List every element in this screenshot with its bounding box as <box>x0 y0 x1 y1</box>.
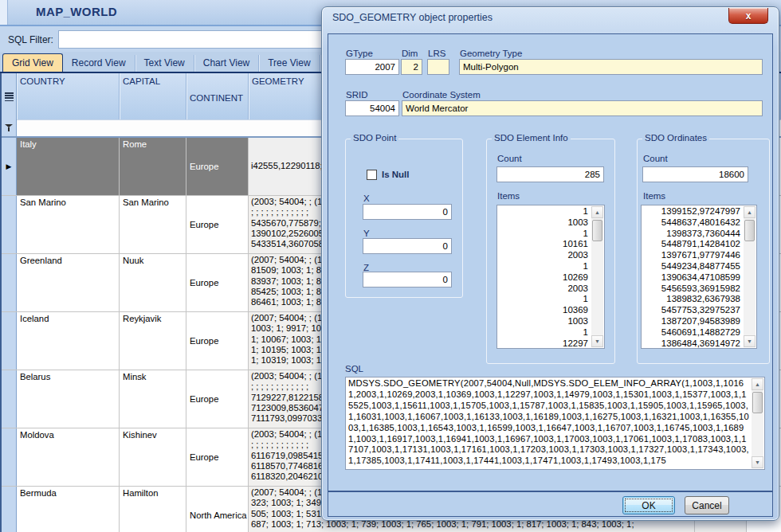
element-info-items-list[interactable]: ▲ ▼ 110031101612003110269200311036910031… <box>496 205 605 349</box>
y-field[interactable] <box>363 238 452 254</box>
lrs-field[interactable] <box>427 59 449 75</box>
row-selector[interactable] <box>2 312 17 370</box>
cancel-button[interactable]: Cancel <box>685 496 729 514</box>
element-info-count-field[interactable] <box>496 166 604 182</box>
row-selector[interactable] <box>2 370 17 428</box>
list-item: 1397671,97797446 <box>643 250 740 261</box>
header-edge-strip <box>0 0 8 25</box>
column-header-capital[interactable]: CAPITAL <box>120 73 186 119</box>
cell-country[interactable]: Italy <box>17 138 120 195</box>
scroll-up-icon[interactable]: ▲ <box>744 206 755 218</box>
row-selector[interactable] <box>2 487 17 532</box>
srid-label: SRID <box>346 90 367 100</box>
ordinates-count-field[interactable] <box>642 166 748 182</box>
list-item: 1 <box>499 294 588 305</box>
is-null-checkbox[interactable] <box>367 170 377 180</box>
column-header-continent[interactable]: CONTINENT <box>186 73 249 119</box>
cell-capital[interactable]: San Marino <box>120 196 186 253</box>
cell-continent[interactable]: Europe <box>186 428 249 486</box>
cell-country[interactable]: Belarus <box>17 370 120 428</box>
cell-continent[interactable]: Europe <box>186 196 249 253</box>
srid-field[interactable] <box>345 100 399 116</box>
element-info-count-label: Count <box>497 154 522 163</box>
row-selector[interactable] <box>2 254 17 311</box>
sql-filter-label: SQL Filter: <box>8 34 53 45</box>
cell-capital[interactable]: Hamilton <box>120 487 186 532</box>
tab-chart-view[interactable]: Chart View <box>194 55 259 72</box>
tab-grid-view[interactable]: Grid View <box>2 53 63 72</box>
row-selector-header[interactable] <box>2 73 17 119</box>
dim-field[interactable] <box>401 59 422 75</box>
list-item: 1387207,94583989 <box>643 316 740 327</box>
row-selector[interactable]: ▶ <box>2 138 17 195</box>
list-item: 5448637,48016432 <box>643 217 740 229</box>
scrollbar-thumb[interactable] <box>592 220 602 241</box>
cell-continent[interactable]: Europe <box>186 370 249 428</box>
cell-country[interactable]: San Marino <box>17 196 120 253</box>
column-header-country[interactable]: COUNTRY <box>17 73 120 119</box>
ordinates-count-label: Count <box>643 154 668 163</box>
cell-continent[interactable]: Europe <box>186 312 249 370</box>
cell-continent[interactable]: Europe <box>186 254 249 311</box>
tab-tree-view[interactable]: Tree View <box>259 55 320 72</box>
scrollbar[interactable]: ▲ ▼ <box>591 206 603 347</box>
cell-country[interactable]: Bermuda <box>17 487 120 532</box>
page-title: MAP_WORLD <box>36 5 117 18</box>
cell-capital[interactable]: Reykjavik <box>120 312 186 370</box>
sql-label: SQL <box>345 364 363 374</box>
gtype-field[interactable] <box>345 59 399 75</box>
list-item: 1398373,7360444 <box>643 229 740 240</box>
coordinate-system-field[interactable] <box>402 100 763 116</box>
list-item: 1 <box>499 261 588 272</box>
list-item: 5449234,84877455 <box>643 261 740 272</box>
list-item: 1003 <box>499 316 588 327</box>
scroll-down-icon[interactable]: ▼ <box>752 456 763 468</box>
lrs-label: LRS <box>428 49 445 58</box>
ok-button[interactable]: OK <box>622 496 675 514</box>
element-info-items-label: Items <box>497 191 520 201</box>
scrollbar[interactable]: ▲ ▼ <box>752 378 763 468</box>
list-item: 2003 <box>499 284 588 295</box>
cell-capital[interactable]: Nuuk <box>120 254 186 311</box>
cell-continent[interactable]: Europe <box>186 138 249 195</box>
cell-country[interactable]: Greenland <box>17 254 120 311</box>
close-icon: x <box>746 11 752 21</box>
filter-row-selector <box>2 119 17 136</box>
scrollbar-thumb[interactable] <box>744 220 755 241</box>
list-item: 1390634,47108599 <box>643 272 740 284</box>
cell-continent[interactable]: North America <box>186 487 249 532</box>
dialog-title: SDO_GEOMETRY object properties <box>332 12 493 23</box>
list-item: 2003 <box>499 250 588 261</box>
scroll-down-icon[interactable]: ▼ <box>591 335 603 347</box>
cell-capital[interactable]: Minsk <box>120 370 186 428</box>
x-field[interactable] <box>363 204 452 220</box>
scrollbar[interactable]: ▲ ▼ <box>744 206 755 347</box>
ordinates-items-list[interactable]: ▲ ▼ 1399152,972479975448637,480164321398… <box>641 205 757 349</box>
list-item: 5448791,14284102 <box>643 239 740 250</box>
z-field[interactable] <box>363 272 452 288</box>
coordinate-system-label: Coordinate System <box>402 90 481 100</box>
cell-country[interactable]: Iceland <box>17 312 120 370</box>
row-selector[interactable] <box>2 428 17 486</box>
tab-text-view[interactable]: Text View <box>135 55 194 72</box>
cell-capital[interactable]: Kishinev <box>120 428 186 486</box>
close-button[interactable]: x <box>728 8 768 24</box>
filter-funnel-icon <box>5 123 14 132</box>
y-label: Y <box>363 229 370 238</box>
list-item: 1386484,36914972 <box>643 338 740 349</box>
scroll-up-icon[interactable]: ▲ <box>752 378 763 390</box>
list-item: 1 <box>499 327 588 338</box>
scroll-down-icon[interactable]: ▼ <box>744 335 755 347</box>
scrollbar-thumb[interactable] <box>752 392 763 413</box>
cell-country[interactable]: Moldova <box>17 428 120 486</box>
geometry-type-field[interactable] <box>459 59 763 75</box>
scroll-up-icon[interactable]: ▲ <box>591 206 603 218</box>
tab-record-view[interactable]: Record View <box>63 55 135 72</box>
sql-textarea[interactable]: MDSYS.SDO_GEOMETRY(2007,54004,Null,MDSYS… <box>345 377 765 470</box>
list-item: 5460691,14882729 <box>643 327 740 338</box>
dim-label: Dim <box>402 49 418 58</box>
list-item: 1003 <box>499 217 588 229</box>
cell-capital[interactable]: Rome <box>120 138 186 195</box>
row-selector[interactable] <box>2 196 17 253</box>
list-item: 5457753,32975237 <box>643 305 740 316</box>
